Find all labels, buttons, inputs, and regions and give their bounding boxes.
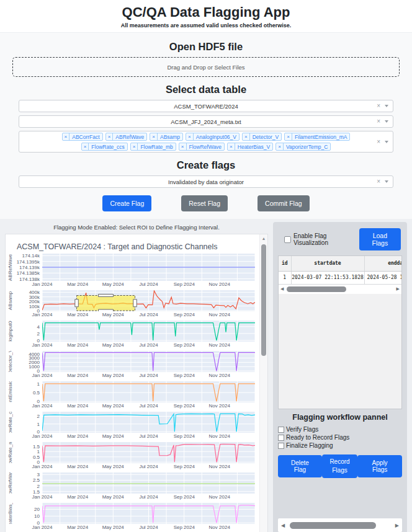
scroll-up-icon[interactable]: ▲ bbox=[260, 236, 267, 241]
chip-remove-icon[interactable]: × bbox=[276, 143, 284, 150]
chevron-down-icon[interactable] bbox=[385, 105, 388, 107]
chart-vertical-scrollbar[interactable]: ▲ ▼ bbox=[259, 234, 267, 532]
subplot-Detector_V[interactable]: Detector_V01000200030004000Jan 2024Mar 2… bbox=[7, 351, 255, 379]
x-tick-label: May 2024 bbox=[102, 312, 124, 317]
variable-chip[interactable]: ×ABRefWave bbox=[105, 133, 148, 141]
roi-right-handle[interactable] bbox=[133, 299, 137, 307]
flagging-mode-banner: Flagging Mode Enabled: Select ROI to Def… bbox=[5, 224, 268, 231]
chip-remove-icon[interactable]: × bbox=[243, 133, 250, 140]
chip-remove-icon[interactable]: × bbox=[150, 133, 158, 140]
roi-selection[interactable] bbox=[77, 296, 135, 311]
subplot-ABsamp[interactable]: ABsamp0100k200k300k400kJan 2024Mar 2024M… bbox=[7, 290, 255, 319]
chevron-down-icon[interactable] bbox=[385, 141, 388, 143]
page-subtitle: All measurements are assumed valid unles… bbox=[0, 22, 412, 29]
clear-icon[interactable]: × bbox=[377, 118, 380, 125]
checkbox-icon[interactable] bbox=[278, 427, 284, 433]
subplot-FilamentEmission_mA[interactable]: FilamentEmission_mA00.51Jan 2024Mar 2024… bbox=[7, 381, 255, 410]
plot-area[interactable] bbox=[42, 290, 255, 311]
plot-area[interactable] bbox=[42, 412, 255, 433]
plot-area[interactable] bbox=[42, 503, 255, 524]
workflow-checkbox-finalize-flagging[interactable]: Finalize Flagging bbox=[278, 442, 402, 449]
variable-chip[interactable]: ×FlowRefWave bbox=[179, 143, 225, 151]
workflow-checkbox-verify-flags[interactable]: Verify Flags bbox=[278, 426, 402, 433]
x-tick-label: Jul 2024 bbox=[139, 525, 158, 530]
apply-flags-button[interactable]: Apply Flags bbox=[357, 455, 402, 477]
plot-area[interactable] bbox=[42, 351, 255, 372]
plot-area[interactable] bbox=[42, 381, 255, 402]
subplot-FlowRate_ccs[interactable]: FlowRate_ccs012Jan 2024Mar 2024May 2024J… bbox=[7, 412, 255, 440]
clear-icon[interactable]: × bbox=[377, 103, 380, 109]
meta-file-dropdown[interactable]: ACSM_JFJ_2024_meta.txt × bbox=[19, 115, 393, 128]
panel-horizontal-scrollbar[interactable]: ◀ ▶ bbox=[278, 518, 402, 532]
variable-chip[interactable]: ×AnalogInput06_V bbox=[186, 133, 240, 141]
chip-remove-icon[interactable]: × bbox=[179, 143, 187, 150]
x-tick-label: Jan 2024 bbox=[32, 494, 53, 500]
variable-chip[interactable]: ×FlowRate_mb bbox=[130, 143, 176, 151]
chip-remove-icon[interactable]: × bbox=[131, 143, 138, 150]
x-tick-label: May 2024 bbox=[102, 373, 124, 378]
select-table-heading: Select data table bbox=[0, 84, 412, 95]
flags-panel: Enable Flag Visualization Load Flags ids… bbox=[273, 222, 407, 532]
roi-left-handle[interactable] bbox=[75, 299, 78, 307]
variable-chip[interactable]: ×FlowRate_ccs bbox=[81, 143, 128, 151]
chip-remove-icon[interactable]: × bbox=[63, 133, 70, 140]
scroll-left-icon[interactable]: ◀ bbox=[280, 286, 284, 291]
chip-remove-icon[interactable]: × bbox=[285, 133, 292, 140]
clear-icon[interactable]: × bbox=[377, 179, 380, 185]
roi-top-handle[interactable] bbox=[99, 295, 114, 297]
table-dropdown[interactable]: ACSM_TOFWARE/2024 × bbox=[19, 100, 393, 112]
variable-chip[interactable]: ×HeaterBias_V bbox=[227, 143, 273, 151]
variable-chip[interactable]: ×Detector_V bbox=[242, 133, 282, 141]
subplot-FlowRate_mb[interactable]: FlowRate_mb00.511.5Jan 2024Mar 2024May 2… bbox=[7, 442, 255, 471]
record-flags-button[interactable]: Record Flags bbox=[322, 454, 357, 478]
subplot-FlowRefWave[interactable]: FlowRefWave1.522.53Jan 2024Mar 2024May 2… bbox=[7, 472, 255, 501]
horizontal-scrollbar-thumb[interactable] bbox=[287, 286, 346, 292]
variable-chip[interactable]: ×ABCorrFact bbox=[62, 133, 103, 141]
plot-area[interactable] bbox=[42, 442, 255, 463]
checkbox-icon[interactable] bbox=[284, 236, 291, 243]
checkbox-icon[interactable] bbox=[278, 443, 284, 449]
chart-subplots[interactable]: ABRefWave174.138k174.1385k174.139k174.13… bbox=[7, 254, 255, 532]
checkbox-icon[interactable] bbox=[278, 435, 284, 441]
subplot-AnalogInput06_V[interactable]: AnalogInput06_V024Jan 2024Mar 2024May 20… bbox=[7, 321, 255, 349]
delete-flag-button[interactable]: Delete Flag bbox=[278, 455, 322, 477]
plot-area[interactable] bbox=[42, 472, 255, 494]
plot-area[interactable] bbox=[42, 254, 255, 281]
scroll-right-icon[interactable]: ▶ bbox=[396, 286, 400, 291]
scroll-left-icon[interactable]: ◀ bbox=[281, 523, 285, 528]
chip-remove-icon[interactable]: × bbox=[82, 143, 89, 150]
scroll-right-icon[interactable]: ▶ bbox=[395, 523, 399, 528]
x-axis-ticks: Jan 2024Mar 2024May 2024Jul 2024Sep 2024… bbox=[42, 433, 255, 440]
table-horizontal-scrollbar[interactable]: ◀ ▶ bbox=[279, 285, 401, 294]
variables-dropdown[interactable]: ×ABCorrFact×ABRefWave×ABsamp×AnalogInput… bbox=[19, 131, 393, 153]
chip-remove-icon[interactable]: × bbox=[186, 133, 194, 140]
clear-icon[interactable]: × bbox=[377, 139, 380, 145]
variable-chip[interactable]: ×ABsamp bbox=[150, 133, 183, 141]
y-axis-title: AnalogInput06_V bbox=[7, 321, 14, 342]
y-tick-label: 2.5 bbox=[33, 477, 40, 483]
table-row[interactable]: 12024-03-07 22:11:53.18282024-05-28 17 bbox=[279, 271, 402, 284]
subplot-ABRefWave[interactable]: ABRefWave174.138k174.1385k174.139k174.13… bbox=[7, 254, 255, 288]
subplot-HeaterBias_V[interactable]: HeaterBias_V01020Jan 2024Mar 2024May 202… bbox=[7, 503, 255, 531]
commit-flag-button[interactable]: Commit Flag bbox=[258, 195, 310, 211]
chevron-down-icon[interactable] bbox=[385, 180, 388, 183]
chevron-down-icon[interactable] bbox=[385, 120, 388, 123]
variable-chip[interactable]: ×FilamentEmission_mA bbox=[284, 133, 350, 141]
load-flags-button[interactable]: Load Flags bbox=[359, 228, 401, 250]
y-axis-title: FlowRefWave bbox=[7, 472, 14, 494]
horizontal-scrollbar-thumb[interactable] bbox=[290, 522, 376, 529]
vertical-scrollbar-thumb[interactable] bbox=[261, 244, 266, 356]
chip-remove-icon[interactable]: × bbox=[106, 133, 114, 140]
y-tick-label: 3 bbox=[37, 472, 40, 477]
y-tick-label: 400k bbox=[29, 290, 40, 295]
file-dropzone[interactable]: Drag and Drop or Select Files bbox=[12, 57, 400, 77]
workflow-checkbox-ready-to-record-flags[interactable]: Ready to Record Flags bbox=[278, 434, 402, 441]
enable-flag-viz-checkbox[interactable]: Enable Flag Visualization bbox=[284, 233, 359, 246]
variable-chip[interactable]: ×VaporizerTemp_C bbox=[275, 143, 331, 151]
chip-remove-icon[interactable]: × bbox=[228, 143, 235, 150]
reset-flag-button[interactable]: Reset Flag bbox=[181, 195, 228, 211]
flag-type-dropdown[interactable]: Invalidated by data originator × bbox=[19, 175, 393, 188]
create-flag-button[interactable]: Create Flag bbox=[102, 195, 151, 211]
y-tick-label: 0.5 bbox=[33, 454, 40, 460]
plot-area[interactable] bbox=[42, 321, 255, 342]
